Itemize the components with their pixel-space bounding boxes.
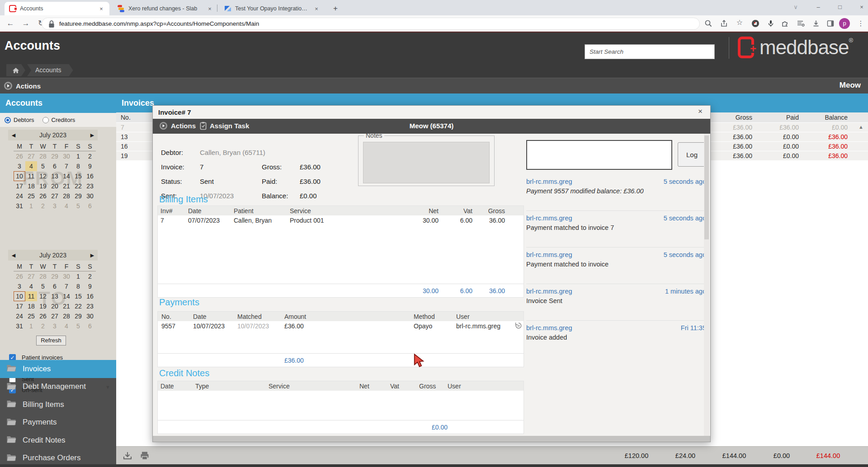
calendar-day[interactable]: 15 (72, 171, 84, 181)
calendar-day[interactable]: 23 (84, 181, 96, 191)
calendar-day[interactable]: 28 (61, 311, 72, 321)
calendar-day[interactable]: 18 (25, 181, 37, 191)
calendar-day[interactable]: 25 (25, 191, 37, 201)
log-user-link[interactable]: brl-rc.mms.greg (526, 251, 572, 258)
refresh-button[interactable]: Refresh (36, 336, 66, 346)
calendar-day[interactable]: 2 (84, 271, 96, 281)
download-icon[interactable] (123, 451, 132, 461)
calendar-day[interactable]: 29 (49, 271, 61, 281)
calendar-day[interactable]: 1 (72, 271, 84, 281)
calendar-day[interactable]: 29 (49, 151, 61, 161)
minimize-button[interactable]: – (809, 0, 827, 14)
calendar-day[interactable]: 16 (84, 291, 96, 301)
calendar-day[interactable]: 24 (14, 311, 25, 321)
table-row[interactable]: 955710/07/202310/07/2023£36.00Opayobrl-r… (158, 321, 524, 331)
calendar-day[interactable]: 26 (14, 271, 25, 281)
calendar-day[interactable]: 4 (25, 161, 37, 171)
scroll-up-icon[interactable]: ▲ (859, 124, 863, 130)
tab-close-icon[interactable]: × (206, 5, 213, 12)
calendar-day[interactable]: 10 (14, 291, 25, 301)
calendar-day[interactable]: 10 (14, 171, 25, 181)
browser-tab-accounts[interactable]: Accounts× (5, 2, 109, 15)
share-icon[interactable] (720, 19, 728, 28)
calendar-day[interactable]: 21 (61, 181, 72, 191)
horizontal-scrollbar[interactable] (153, 436, 710, 442)
calendar-day[interactable]: 23 (84, 301, 96, 311)
calendar-day[interactable]: 26 (37, 311, 49, 321)
calendar-day[interactable]: 20 (49, 181, 61, 191)
calendar-day[interactable]: 27 (49, 191, 61, 201)
calendar-day[interactable]: 30 (61, 271, 72, 281)
calendar-day[interactable]: 19 (37, 181, 49, 191)
tab-close-icon[interactable]: × (98, 5, 105, 12)
calendar-day[interactable]: 30 (84, 191, 96, 201)
calendar-day[interactable]: 3 (14, 161, 25, 171)
address-bar[interactable]: featuree.meddbase.com/nmp.aspx?cp=Accoun… (42, 18, 700, 30)
print-icon[interactable] (140, 451, 150, 461)
calendar-day[interactable]: 12 (37, 171, 49, 181)
calendar-day[interactable]: 11 (25, 171, 37, 181)
downloads-icon[interactable] (812, 19, 820, 28)
extension-logo-icon[interactable] (751, 19, 760, 28)
calendar-day[interactable]: 2 (37, 201, 49, 211)
forward-button[interactable]: → (20, 18, 32, 29)
calendar-day[interactable]: 9 (84, 161, 96, 171)
calendar-day[interactable]: 5 (37, 161, 49, 171)
radio-debtors[interactable]: Debtors (5, 117, 34, 123)
calendar-day[interactable]: 6 (84, 201, 96, 211)
calendar-day[interactable]: 6 (49, 281, 61, 291)
calendar-day[interactable]: 2 (84, 151, 96, 161)
log-input[interactable] (526, 140, 672, 170)
calendar-day[interactable]: 1 (25, 201, 37, 211)
calendar-day[interactable]: 4 (61, 201, 72, 211)
log-user-link[interactable]: brl-rc.mms.greg (526, 215, 572, 222)
calendar-day[interactable]: 30 (61, 151, 72, 161)
undo-payment-icon[interactable] (515, 321, 524, 331)
calendar-day[interactable]: 14 (61, 291, 72, 301)
search-input[interactable] (585, 44, 715, 59)
sidebar-item-debt-management[interactable]: Debt Management (0, 378, 116, 396)
calendar-day[interactable]: 25 (25, 311, 37, 321)
calendar-day[interactable]: 3 (14, 281, 25, 291)
window-close-button[interactable]: × (853, 0, 868, 14)
calendar-day[interactable]: 4 (25, 281, 37, 291)
browser-tab-test-your-op[interactable]: Test Your Opayo Integration - Op× (220, 2, 325, 15)
tab-close-icon[interactable]: × (313, 5, 320, 12)
sidebar-item-credit-notes[interactable]: Credit Notes (0, 431, 116, 449)
table-row[interactable]: 707/07/2023Callen, BryanProduct 00130.00… (158, 215, 524, 225)
calendar-day[interactable]: 27 (25, 151, 37, 161)
calendar-day[interactable]: 5 (72, 201, 84, 211)
log-button[interactable]: Log (678, 142, 706, 167)
calendar-day[interactable]: 16 (84, 171, 96, 181)
calendar-day[interactable]: 29 (72, 191, 84, 201)
calendar-day[interactable]: 31 (14, 321, 25, 331)
profile-chevron-icon[interactable]: ∨ (787, 0, 805, 14)
radio-creditors[interactable]: Creditors (42, 117, 75, 123)
next-month-icon[interactable]: ▶ (87, 132, 98, 138)
calendar-day[interactable]: 2 (37, 321, 49, 331)
prev-month-icon[interactable]: ◀ (8, 252, 19, 258)
log-user-link[interactable]: brl-rc.mms.greg (526, 288, 572, 295)
calendar-day[interactable]: 12 (37, 291, 49, 301)
calendar-day[interactable]: 28 (37, 271, 49, 281)
browser-profile-avatar[interactable]: p (839, 18, 850, 29)
browser-menu-icon[interactable]: ⋮ (857, 18, 864, 29)
calendar-day[interactable]: 3 (49, 321, 61, 331)
calendar-day[interactable]: 30 (84, 311, 96, 321)
calendar-day[interactable]: 1 (72, 151, 84, 161)
zoom-icon[interactable] (704, 19, 712, 28)
calendar-day[interactable]: 27 (25, 271, 37, 281)
calendar-day[interactable]: 21 (61, 301, 72, 311)
calendar-day[interactable]: 28 (37, 151, 49, 161)
calendar-day[interactable]: 9 (84, 281, 96, 291)
microphone-icon[interactable] (767, 19, 775, 28)
notes-textarea[interactable] (363, 142, 490, 183)
calendar-day[interactable]: 8 (72, 161, 84, 171)
maximize-button[interactable]: □ (831, 0, 849, 14)
calendar-day[interactable]: 17 (14, 301, 25, 311)
next-month-icon[interactable]: ▶ (87, 252, 98, 258)
calendar-day[interactable]: 18 (25, 301, 37, 311)
browser-tab-xero-refund-[interactable]: Xero refund changes - Slab× (113, 2, 218, 15)
calendar-day[interactable]: 20 (49, 301, 61, 311)
calendar-day[interactable]: 6 (49, 161, 61, 171)
